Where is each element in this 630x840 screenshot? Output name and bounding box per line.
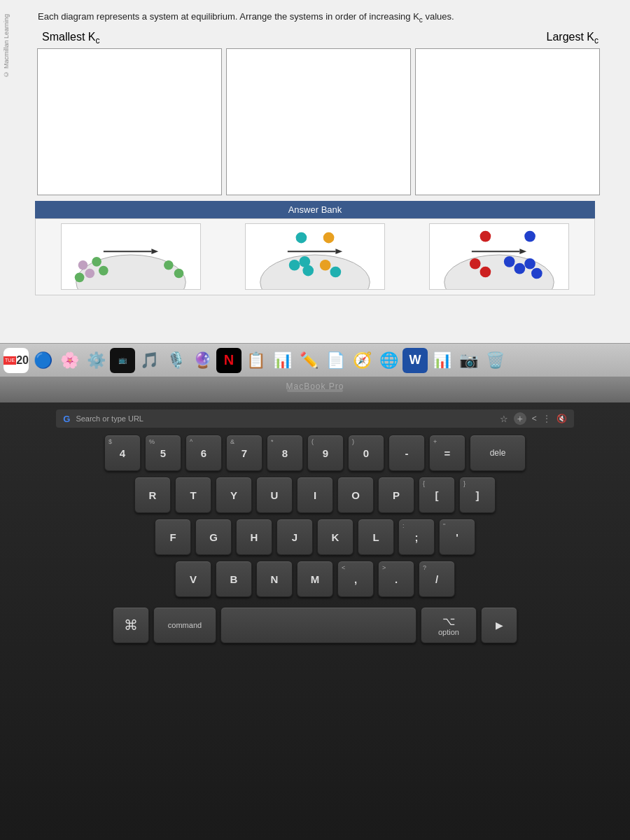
key-4[interactable]: $ 4 — [104, 435, 141, 471]
key-r[interactable]: R — [134, 477, 171, 513]
svg-point-27 — [503, 256, 514, 267]
key-open-bracket[interactable]: { [ — [419, 477, 455, 513]
key-0[interactable]: ) 0 — [348, 435, 384, 471]
key-p[interactable]: P — [378, 477, 414, 513]
svg-point-15 — [289, 260, 300, 271]
plus-icon: + — [514, 412, 526, 425]
key-j[interactable]: J — [276, 519, 313, 555]
key-row-rtyuiop: R T Y U I O P { [ } ] — [10, 477, 620, 513]
answer-diagram-2[interactable] — [245, 223, 385, 290]
dock-netflix[interactable]: N — [216, 348, 241, 373]
dock-finder[interactable]: 🔵 — [30, 348, 55, 373]
diagram-3-svg — [430, 224, 568, 289]
key-semicolon[interactable]: : ; — [398, 519, 435, 555]
dock-edit[interactable]: ✏️ — [296, 348, 321, 373]
key-cmd-symbol[interactable]: ⌘ — [113, 607, 149, 643]
dock-preferences[interactable]: ⚙️ — [83, 348, 108, 373]
svg-point-23 — [479, 231, 491, 242]
label-largest: Largest Kc — [547, 31, 598, 46]
dock-appletv[interactable]: 📺 — [110, 348, 135, 373]
key-b[interactable]: B — [216, 561, 252, 597]
dock-chrome[interactable]: 🌐 — [376, 348, 401, 373]
key-9[interactable]: ( 9 — [307, 435, 344, 471]
dock-textedit[interactable]: 📄 — [323, 348, 348, 373]
key-l[interactable]: L — [358, 519, 394, 555]
svg-point-18 — [320, 260, 331, 271]
key-f[interactable]: F — [155, 519, 191, 555]
key-h[interactable]: H — [236, 519, 272, 555]
svg-point-28 — [514, 263, 525, 274]
settings-dots-icon: ⋮ — [542, 414, 551, 424]
key-8[interactable]: * 8 — [267, 435, 303, 471]
url-text: Search or type URL — [76, 414, 493, 423]
key-o[interactable]: O — [337, 477, 374, 513]
svg-marker-2 — [152, 249, 159, 255]
svg-point-14 — [323, 232, 335, 244]
answer-bank-bar: Answer Bank — [35, 201, 595, 218]
key-equals[interactable]: + = — [429, 435, 465, 471]
question-text: Each diagram represents a system at equi… — [38, 11, 609, 24]
key-6[interactable]: ^ 6 — [186, 435, 222, 471]
drop-box-2[interactable] — [226, 48, 411, 195]
screen-content: © Macmillan Learning Each diagram repres… — [0, 0, 630, 386]
svg-point-9 — [174, 269, 184, 279]
dock-safari[interactable]: 🧭 — [349, 348, 374, 373]
svg-point-30 — [531, 268, 542, 279]
dock-word[interactable]: W — [402, 348, 428, 373]
key-5[interactable]: % 5 — [145, 435, 181, 471]
key-delete[interactable]: dele — [470, 435, 526, 471]
key-period[interactable]: > . — [378, 561, 414, 597]
mute-icon: 🔇 — [556, 414, 567, 424]
key-i[interactable]: I — [297, 477, 333, 513]
key-row-bottom: ⌘ command ⌥ option ▶ — [10, 607, 620, 643]
svg-marker-12 — [335, 249, 342, 255]
dock-bar: TUE 20 🔵 🌸 ⚙️ 📺 🎵 🎙️ 🔮 N 📋 📊 ✏️ 📄 🧭 🌐 W … — [0, 343, 630, 378]
url-bar[interactable]: G Search or type URL ☆ + < ⋮ 🔇 — [56, 410, 574, 428]
dock-siri[interactable]: 🔮 — [190, 348, 215, 373]
key-slash[interactable]: ? / — [419, 561, 455, 597]
dock-powerpoint[interactable]: 📊 — [429, 348, 454, 373]
key-v[interactable]: V — [175, 561, 211, 597]
svg-marker-22 — [519, 249, 526, 255]
dock-podcasts[interactable]: 🎙️ — [163, 348, 188, 373]
key-m[interactable]: M — [297, 561, 333, 597]
svg-point-7 — [75, 273, 85, 283]
macbook-label: MacBook Pro — [286, 382, 344, 391]
dock-music[interactable]: 🎵 — [136, 348, 162, 373]
star-icon: ☆ — [500, 414, 508, 424]
dock-reminders[interactable]: 📋 — [243, 348, 268, 373]
key-arrow-right[interactable]: ▶ — [481, 607, 517, 643]
key-minus[interactable]: - — [388, 435, 425, 471]
key-comma[interactable]: < , — [337, 561, 374, 597]
dock-trash[interactable]: 🗑️ — [482, 348, 507, 373]
svg-point-17 — [299, 256, 310, 267]
key-y[interactable]: Y — [216, 477, 252, 513]
key-t[interactable]: T — [175, 477, 211, 513]
svg-point-8 — [164, 260, 174, 270]
dock-calendar[interactable]: TUE 20 — [4, 348, 29, 373]
svg-point-19 — [330, 267, 342, 278]
key-7[interactable]: & 7 — [226, 435, 262, 471]
diagram-2-svg — [246, 224, 384, 289]
key-k[interactable]: K — [317, 519, 354, 555]
svg-point-4 — [92, 257, 102, 267]
key-command[interactable]: command — [153, 607, 216, 643]
dock-camera[interactable]: 📷 — [456, 348, 481, 373]
dock-chart[interactable]: 📊 — [270, 348, 295, 373]
answer-diagram-3[interactable] — [429, 223, 569, 290]
key-u[interactable]: U — [256, 477, 293, 513]
key-close-bracket[interactable]: } ] — [459, 477, 496, 513]
dock-photos[interactable]: 🌸 — [57, 348, 82, 373]
drop-box-1[interactable] — [37, 48, 222, 195]
svg-point-25 — [470, 258, 481, 270]
key-n[interactable]: N — [256, 561, 293, 597]
key-option[interactable]: ⌥ option — [421, 607, 477, 643]
drop-boxes-container — [35, 48, 602, 195]
diagram-1-svg — [62, 224, 200, 289]
answer-diagram-1[interactable] — [61, 223, 201, 290]
keyboard-area: G Search or type URL ☆ + < ⋮ 🔇 $ 4 % 5 ^… — [0, 402, 630, 840]
drop-box-3[interactable] — [415, 48, 600, 195]
key-g[interactable]: G — [195, 519, 232, 555]
key-quote[interactable]: " ' — [439, 519, 475, 555]
key-spacebar[interactable] — [220, 607, 416, 643]
